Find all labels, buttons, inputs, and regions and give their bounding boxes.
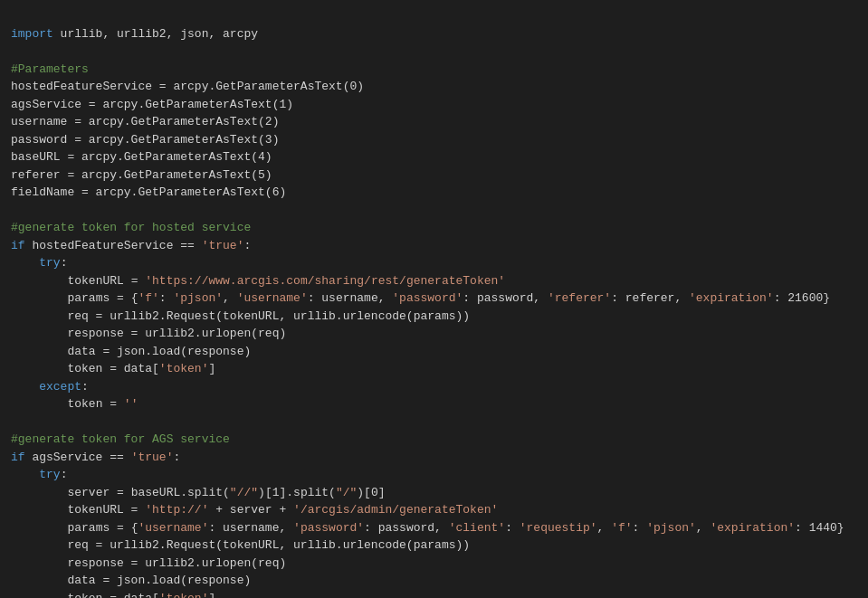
code-container: import urllib, urllib2, json, arcpy #Par…	[0, 0, 868, 598]
code-block: import urllib, urllib2, json, arcpy #Par…	[11, 7, 857, 598]
